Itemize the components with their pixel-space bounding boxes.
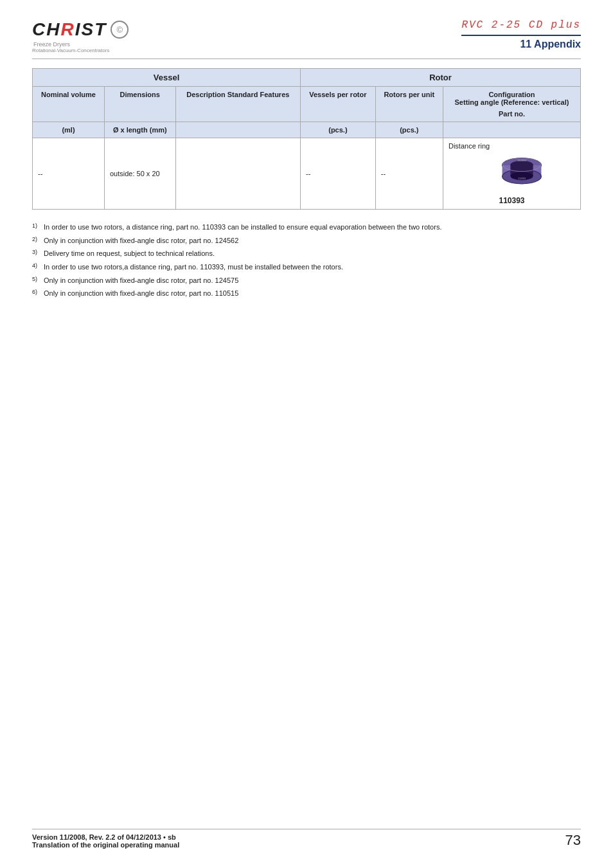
col-vessels-per-rotor: Vessels per rotor	[301, 87, 376, 122]
footnote-4: 4) In order to use two rotors,a distance…	[32, 261, 581, 273]
unit-configuration	[443, 122, 580, 138]
logo-text: CHRIST	[32, 19, 107, 40]
logo-r: R	[60, 19, 75, 39]
footnote-6-text: Only in conjunction with fixed-angle dis…	[44, 287, 238, 300]
svg-text:110393: 110393	[518, 177, 526, 180]
unit-description	[175, 122, 301, 138]
rotor-header: Rotor	[301, 69, 581, 87]
copyright-symbol: ©	[116, 25, 123, 35]
rotor-label: Rotor	[429, 73, 452, 82]
col-description: Description Standard Features	[175, 87, 301, 122]
distance-ring-label: Distance ring	[449, 142, 490, 150]
footnote-6: 6) Only in conjunction with fixed-angle …	[32, 287, 581, 300]
main-table: Vessel Rotor Nominal volume Dimensions D…	[32, 68, 581, 210]
footnote-1-num: 1)	[32, 221, 41, 231]
header-divider	[32, 59, 581, 59]
cell-vessels-per-rotor: --	[301, 138, 376, 210]
unit-nominal-volume: (ml)	[33, 122, 105, 138]
logo-ch: CH	[32, 19, 60, 39]
ring-part-no: 110393	[499, 196, 524, 205]
unit-rotors-per-unit: (pcs.)	[375, 122, 443, 138]
cell-nominal-volume: --	[33, 138, 105, 210]
footer-version: Version 11/2008, Rev. 2.2 of 04/12/2013 …	[32, 833, 581, 841]
svg-text:110393: 110393	[517, 159, 526, 162]
footnote-2-num: 2)	[32, 235, 41, 244]
cell-dimensions: outside: 50 x 20	[104, 138, 175, 210]
logo-main: CHRIST ©	[32, 19, 129, 40]
ring-image-container: 110393 110393	[496, 142, 547, 195]
col-configuration: Configuration Setting angle (Reference: …	[443, 87, 580, 122]
unit-dimensions: Ø x length (mm)	[104, 122, 175, 138]
footer-translation: Translation of the original operating ma…	[32, 841, 581, 849]
page: CHRIST © Freeze Dryers Rotational-Vacuum…	[0, 0, 613, 868]
cell-rotors-per-unit: --	[375, 138, 443, 210]
cell-configuration: Distance ring	[443, 138, 580, 210]
page-header: CHRIST © Freeze Dryers Rotational-Vacuum…	[32, 19, 581, 53]
footnote-3: 3) Delivery time on request, subject to …	[32, 248, 581, 260]
col-rotors-per-unit: Rotors per unit	[375, 87, 443, 122]
footnote-1-text: In order to use two rotors, a distance r…	[44, 221, 441, 233]
footnote-6-num: 6)	[32, 287, 41, 297]
footnote-5-text: Only in conjunction with fixed-angle dis…	[44, 275, 238, 287]
footnote-4-text: In order to use two rotors,a distance ri…	[44, 261, 343, 273]
vessel-label: Vessel	[154, 73, 180, 82]
model-text: RVC 2-25 CD plus	[461, 19, 581, 31]
footnote-3-num: 3)	[32, 248, 41, 257]
table-row: -- outside: 50 x 20 -- --	[33, 138, 581, 210]
footnote-2-text: Only in conjunction with fixed-angle dis…	[44, 235, 238, 247]
ring-container: Distance ring	[449, 142, 575, 205]
logo-circle: ©	[111, 21, 129, 39]
footnotes: 1) In order to use two rotors, a distanc…	[32, 221, 581, 300]
ring-image: 110393 110393	[496, 142, 547, 194]
unit-vessels-per-rotor: (pcs.)	[301, 122, 376, 138]
logo-freeze-dryers: Freeze Dryers	[33, 41, 70, 48]
footnote-5-num: 5)	[32, 275, 41, 284]
logo-sub2: Rotational-Vacuum-Concentrators	[32, 48, 109, 53]
vessel-header: Vessel	[33, 69, 301, 87]
logo-ist: IST	[75, 19, 107, 39]
col-dimensions: Dimensions	[104, 87, 175, 122]
footnote-5: 5) Only in conjunction with fixed-angle …	[32, 275, 581, 287]
header-right: RVC 2-25 CD plus 11 Appendix	[461, 19, 581, 50]
cell-description	[175, 138, 301, 210]
logo-area: CHRIST © Freeze Dryers Rotational-Vacuum…	[32, 19, 129, 53]
col-nominal-volume: Nominal volume	[33, 87, 105, 122]
footer-page-number: 73	[565, 832, 581, 849]
footer: Version 11/2008, Rev. 2.2 of 04/12/2013 …	[32, 829, 581, 849]
footnote-1: 1) In order to use two rotors, a distanc…	[32, 221, 581, 233]
footnote-3-text: Delivery time on request, subject to tec…	[44, 248, 215, 260]
footnote-2: 2) Only in conjunction with fixed-angle …	[32, 235, 581, 247]
section-title: 11 Appendix	[461, 35, 581, 50]
footnote-4-num: 4)	[32, 261, 41, 271]
